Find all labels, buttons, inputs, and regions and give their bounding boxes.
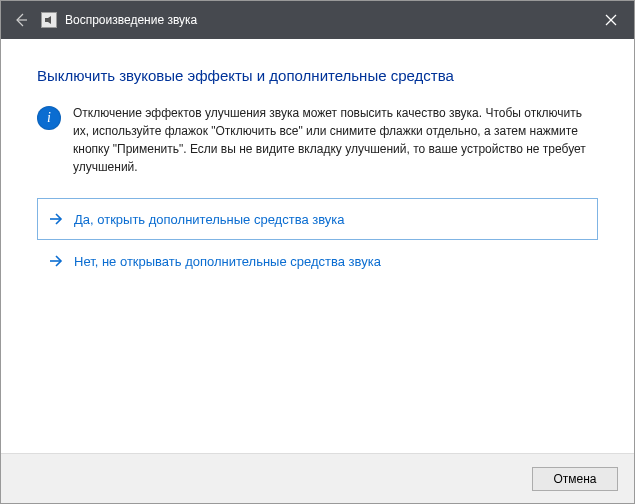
svg-rect-1 [45,18,48,22]
info-text: Отключение эффектов улучшения звука може… [73,104,598,176]
cancel-button[interactable]: Отмена [532,467,618,491]
window-title: Воспроизведение звука [65,13,197,27]
option-yes-link[interactable]: Да, открыть дополнительные средства звук… [37,198,598,240]
app-icon [41,12,57,28]
close-button[interactable] [588,1,634,39]
info-row: i Отключение эффектов улучшения звука мо… [37,104,598,176]
content-area: Выключить звуковые эффекты и дополнитель… [1,39,634,453]
option-no-label: Нет, не открывать дополнительные средств… [74,254,381,269]
option-no-link[interactable]: Нет, не открывать дополнительные средств… [37,240,598,282]
close-icon [605,14,617,26]
titlebar: Воспроизведение звука [1,1,634,39]
arrow-left-icon [13,12,29,28]
svg-marker-2 [48,16,51,24]
info-icon: i [37,106,61,130]
back-button[interactable] [1,1,41,39]
page-heading: Выключить звуковые эффекты и дополнитель… [37,67,598,84]
footer: Отмена [1,453,634,503]
arrow-right-icon [48,211,64,227]
arrow-right-icon [48,253,64,269]
dialog-window: Воспроизведение звука Выключить звуковые… [0,0,635,504]
speaker-icon [44,15,54,25]
option-yes-label: Да, открыть дополнительные средства звук… [74,212,345,227]
